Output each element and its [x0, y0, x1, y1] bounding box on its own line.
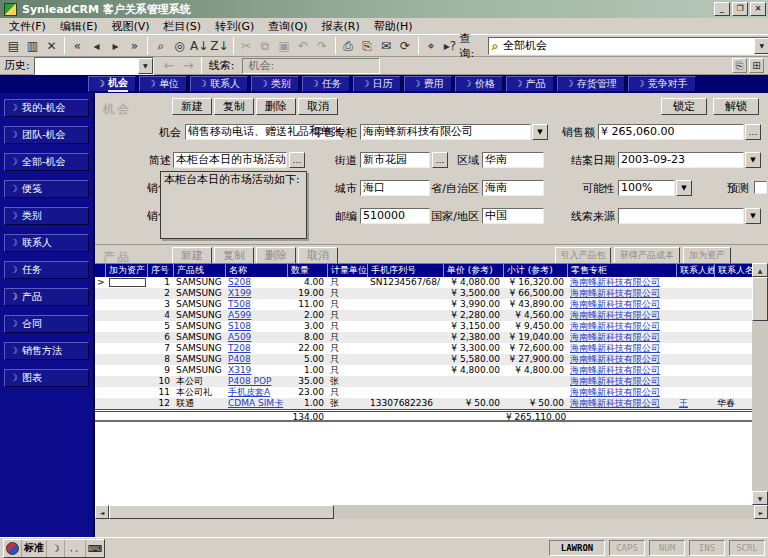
report-page-icon[interactable]: ⎘	[732, 58, 747, 73]
product-link[interactable]: A599	[228, 310, 251, 320]
tab-tasks[interactable]: ☽任务	[302, 76, 350, 92]
table-row[interactable]: 10本公司P408 POP35.00张海南蜂新科技有限公司	[95, 376, 752, 387]
tab-category[interactable]: ☽类别	[251, 76, 299, 92]
column-header[interactable]: 序号	[147, 264, 173, 277]
column-header[interactable]: 联系人姓	[676, 264, 714, 277]
delete-button[interactable]: 删除	[256, 98, 296, 115]
amount-field[interactable]: ¥ 265,060.00	[598, 124, 744, 140]
table-row[interactable]: 9SAMSUNGX3191.00只¥ 4,800.00¥ 4,800.00海南蜂…	[95, 365, 752, 376]
column-header[interactable]: 计量单位	[327, 264, 367, 277]
asset-editor-cell[interactable]	[109, 278, 146, 287]
table-row[interactable]: 7SAMSUNGT20822.00只¥ 3,300.00¥ 72,600.00海…	[95, 343, 752, 354]
mail-icon[interactable]: ✉	[377, 36, 396, 55]
ime-logo-icon[interactable]	[4, 540, 22, 557]
ime-punctuation-icon[interactable]: ，。	[65, 540, 86, 557]
counter-link[interactable]: 海南蜂新科技有限公司	[570, 365, 660, 375]
sort-asc-icon[interactable]: A↓	[189, 36, 209, 55]
column-header[interactable]: 手机序列号	[367, 264, 443, 277]
tab-prices[interactable]: ☽价格	[455, 76, 503, 92]
column-header[interactable]: 加为资产	[105, 264, 147, 277]
preview-icon[interactable]: ◎	[170, 36, 189, 55]
contact-last-link[interactable]: 王	[679, 398, 688, 408]
open-record-icon[interactable]: ▥	[23, 36, 42, 55]
menu-goto[interactable]: 转到(G)	[208, 18, 261, 35]
product-link[interactable]: A509	[228, 332, 251, 342]
ellipsis-icon[interactable]: …	[432, 152, 448, 168]
back-icon[interactable]: ←	[160, 56, 179, 75]
first-record-icon[interactable]: «	[68, 36, 87, 55]
table-row[interactable]: 2SAMSUNGX19919.00只¥ 3,500.00¥ 66,500.00海…	[95, 288, 752, 299]
column-header[interactable]: 产品线	[173, 264, 225, 277]
street-field[interactable]: 新市花园	[360, 152, 430, 168]
sidebar-item-contracts[interactable]: ☽合同	[4, 315, 89, 333]
counter-link[interactable]: 海南蜂新科技有限公司	[570, 299, 660, 309]
counter-link[interactable]: 海南蜂新科技有限公司	[570, 376, 660, 386]
counter-link[interactable]: 海南蜂新科技有限公司	[570, 321, 660, 331]
product-new-button[interactable]: 新建	[172, 247, 212, 264]
chevron-down-icon[interactable]: ▼	[745, 152, 761, 168]
counter-link[interactable]: 海南蜂新科技有限公司	[570, 398, 660, 408]
column-header[interactable]: 单价 (参考)	[443, 264, 503, 277]
column-header[interactable]: 小计 (参考)	[503, 264, 567, 277]
product-link[interactable]: 手机皮套A	[228, 387, 270, 397]
tab-expenses[interactable]: ☽费用	[404, 76, 452, 92]
horizontal-scrollbar[interactable]: ◄ ►	[95, 505, 768, 519]
column-header[interactable]: 联系人名	[714, 264, 752, 277]
sidebar-item-tasks[interactable]: ☽任务	[4, 261, 89, 279]
new-button[interactable]: 新建	[172, 98, 212, 115]
counter-link[interactable]: 海南蜂新科技有限公司	[570, 310, 660, 320]
lock-button[interactable]: 锁定	[661, 98, 707, 115]
print-icon[interactable]: ⎙	[339, 36, 358, 55]
tab-products[interactable]: ☽产品	[506, 76, 554, 92]
refresh-icon[interactable]: ⟳	[396, 36, 415, 55]
brief-field[interactable]: 本柜台本日的市场活动如下:	[173, 152, 287, 168]
table-row[interactable]: >1SAMSUNGS2084.00只SN1234567/68/¥ 4,080.0…	[95, 277, 752, 288]
forecast-checkbox[interactable]	[754, 181, 767, 194]
prev-record-icon[interactable]: ◂	[87, 36, 106, 55]
ellipsis-icon[interactable]: …	[289, 152, 305, 168]
tab-contacts[interactable]: ☽联系人	[190, 76, 248, 92]
last-record-icon[interactable]: »	[125, 36, 144, 55]
new-record-icon[interactable]: ▤	[4, 36, 23, 55]
country-field[interactable]: 中国	[482, 208, 544, 224]
menu-report[interactable]: 报表(R)	[315, 18, 367, 35]
product-link[interactable]: S208	[228, 277, 251, 287]
context-help-icon[interactable]: ▸?	[441, 36, 460, 55]
chevron-down-icon[interactable]: ▼	[138, 58, 153, 74]
menu-help[interactable]: 帮助(H)	[367, 18, 420, 35]
product-link[interactable]: P408	[228, 354, 251, 364]
counter-link[interactable]: 海南蜂新科技有限公司	[570, 288, 660, 298]
product-link[interactable]: X199	[228, 288, 251, 298]
forward-icon[interactable]: →	[179, 56, 198, 75]
tab-competitors[interactable]: ☽竞争对手	[628, 76, 696, 92]
sidebar-item-products[interactable]: ☽产品	[4, 288, 89, 306]
table-row[interactable]: 11本公司礼手机皮套A23.00只海南蜂新科技有限公司	[95, 387, 752, 398]
counter-link[interactable]: 海南蜂新科技有限公司	[570, 332, 660, 342]
zoom-icon[interactable]: ⌕	[151, 36, 170, 55]
ime-fullwidth-icon[interactable]: ☽	[47, 540, 65, 557]
unlock-button[interactable]: 解锁	[713, 98, 759, 115]
menu-sections[interactable]: 栏目(S)	[157, 18, 209, 35]
sidebar-item-team-opportunities[interactable]: ☽团队-机会	[4, 126, 89, 144]
sidebar-item-charts[interactable]: ☽图表	[4, 369, 89, 387]
product-link[interactable]: X319	[228, 365, 251, 375]
menu-edit[interactable]: 编辑(E)	[53, 18, 105, 35]
product-link[interactable]: T508	[228, 299, 251, 309]
chevron-down-icon[interactable]: ▼	[532, 124, 548, 140]
cancel-button[interactable]: 取消	[298, 98, 338, 115]
table-row[interactable]: 3SAMSUNGT50811.00只¥ 3,990.00¥ 43,890.00海…	[95, 299, 752, 310]
lead-source-field[interactable]	[618, 208, 744, 224]
product-delete-button[interactable]: 删除	[256, 247, 296, 264]
chevron-down-icon[interactable]: ▼	[754, 38, 768, 54]
window-layout-icon[interactable]: ⊞	[749, 58, 764, 73]
counter-field[interactable]: 海南蜂新科技有限公司	[360, 124, 531, 140]
sidebar-item-all-opportunities[interactable]: ☽全部-机会	[4, 153, 89, 171]
province-field[interactable]: 海南	[482, 180, 544, 196]
vertical-scrollbar[interactable]: ▲ ▼	[752, 263, 768, 505]
scrollbar-thumb[interactable]	[109, 505, 334, 519]
close-date-field[interactable]: 2003-09-23	[618, 152, 744, 168]
menu-file[interactable]: 文件(F)	[2, 18, 53, 35]
column-header[interactable]: 零售专柜	[567, 264, 676, 277]
sidebar-item-sales-methods[interactable]: ☽销售方法	[4, 342, 89, 360]
sidebar-item-contacts[interactable]: ☽联系人	[4, 234, 89, 252]
